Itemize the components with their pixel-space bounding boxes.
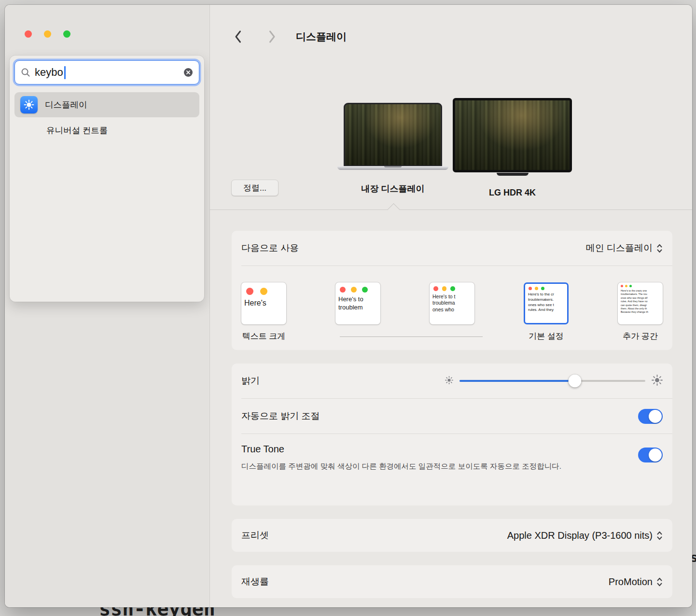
preset-label: 프리셋 xyxy=(241,529,269,542)
scaling-option-2[interactable]: Here's totroublem xyxy=(335,282,380,341)
brightness-label: 밝기 xyxy=(241,375,260,387)
use-as-row: 다음으로 사용 메인 디스플레이 xyxy=(232,231,672,266)
brightness-slider[interactable] xyxy=(459,380,645,382)
search-query-text: keybo xyxy=(35,66,63,79)
text-cursor xyxy=(64,66,66,79)
clear-search-button[interactable] xyxy=(183,68,193,77)
scaling-option-label: 기본 설정 xyxy=(529,331,564,341)
search-result-display[interactable]: 디스플레이 xyxy=(14,92,199,117)
preset-row: 프리셋 Apple XDR Display (P3-1600 nits) xyxy=(232,519,672,552)
mini-traffic-lights xyxy=(241,282,286,298)
preview-text: Here's to the crtroublemakers.ones who s… xyxy=(525,292,567,313)
external-display-name: LG HDR 4K xyxy=(453,188,572,198)
minimize-button[interactable] xyxy=(44,30,51,38)
laptop-base xyxy=(337,166,448,170)
resolution-preview: Here's to the crazy onetroublemakers. Th… xyxy=(618,282,663,324)
window-controls xyxy=(25,30,70,38)
preset-dropdown[interactable]: Apple XDR Display (P3-1600 nits) xyxy=(507,530,663,541)
monitor-stand xyxy=(497,173,529,176)
true-tone-description: 디스플레이를 주변광에 맞춰 색상이 다른 환경에서도 일관적으로 보이도록 자… xyxy=(241,459,561,474)
preview-text: Here's totroublem xyxy=(335,295,380,312)
brightness-slider-fill xyxy=(459,380,575,382)
preset-value: Apple XDR Display (P3-1600 nits) xyxy=(507,530,653,541)
true-tone-text: True Tone 디스플레이를 주변광에 맞춰 색상이 다른 환경에서도 일관… xyxy=(241,444,561,474)
toggle-knob xyxy=(649,448,662,462)
resolution-preview: Here's to the crtroublemakers.ones who s… xyxy=(524,282,569,324)
auto-brightness-toggle[interactable] xyxy=(638,409,663,424)
builtin-display-name: 내장 디스플레이 xyxy=(337,183,448,195)
preview-text: Here's to the crazy onetroublemakers. Th… xyxy=(618,289,663,315)
chevron-updown-icon xyxy=(656,531,663,541)
search-results-panel: keybo xyxy=(10,56,204,302)
search-result-label: 디스플레이 xyxy=(45,99,87,111)
mini-traffic-lights xyxy=(335,282,380,295)
scaling-option-3[interactable]: Here's to ttroublemaones who xyxy=(430,282,474,341)
true-tone-toggle[interactable] xyxy=(638,448,663,462)
chevron-updown-icon xyxy=(656,243,663,253)
brightness-card: 밝기 xyxy=(232,364,672,505)
use-as-dropdown[interactable]: 메인 디스플레이 xyxy=(586,242,663,254)
scaling-option-label: 텍스트 크게 xyxy=(242,331,286,341)
search-icon xyxy=(21,68,30,77)
builtin-display-wallpaper xyxy=(344,103,442,167)
scaling-option-4[interactable]: Here's to the crtroublemakers.ones who s… xyxy=(524,282,569,341)
refresh-rate-card: 재생률 ProMotion xyxy=(232,565,672,598)
scaling-option-1[interactable]: Here's텍스트 크게 xyxy=(241,282,286,341)
brightness-bright-icon xyxy=(652,375,663,388)
settings-scroll-area: 다음으로 사용 메인 디스플레이 Here's텍스트 크게Here's totr… xyxy=(210,210,692,607)
refresh-rate-row: 재생률 ProMotion xyxy=(232,565,672,598)
zoom-button[interactable] xyxy=(63,30,70,38)
preview-text: Here's to ttroublemaones who xyxy=(430,293,474,314)
refresh-rate-dropdown[interactable]: ProMotion xyxy=(609,576,663,588)
scaling-option-label: 추가 공간 xyxy=(623,331,658,341)
display-settings-pane: 디스플레이 정렬... 내장 디스플레이 LG HDR 4K 다음으로 사용 xyxy=(210,5,692,607)
use-as-value: 메인 디스플레이 xyxy=(586,242,653,254)
search-results-list: 디스플레이 유니버설 컨트롤 xyxy=(14,92,199,141)
scaling-option-5[interactable]: Here's to the crazy onetroublemakers. Th… xyxy=(618,282,663,341)
displays-arrangement-zone: 정렬... 내장 디스플레이 LG HDR 4K xyxy=(210,5,692,210)
close-button[interactable] xyxy=(25,30,32,38)
system-settings-window: keybo xyxy=(5,5,692,607)
mini-traffic-lights xyxy=(525,284,567,292)
brightness-row: 밝기 xyxy=(232,364,672,398)
resolution-preview: Here's xyxy=(241,282,286,324)
arrange-button[interactable]: 정렬... xyxy=(231,180,278,196)
scaling-options: Here's텍스트 크게Here's totroublemHere's to t… xyxy=(241,282,663,341)
builtin-display-thumbnail[interactable]: 내장 디스플레이 xyxy=(337,103,448,195)
preview-text: Here's xyxy=(241,298,286,309)
chevron-updown-icon xyxy=(656,577,663,587)
external-display-thumbnail[interactable]: LG HDR 4K xyxy=(453,98,572,198)
display-settings-icon xyxy=(20,96,38,113)
mini-traffic-lights xyxy=(618,282,663,289)
brightness-slider-thumb[interactable] xyxy=(568,375,581,388)
toggle-knob xyxy=(649,410,662,423)
preset-card: 프리셋 Apple XDR Display (P3-1600 nits) xyxy=(232,519,672,552)
external-display-wallpaper xyxy=(453,98,572,172)
search-input[interactable]: keybo xyxy=(14,60,199,84)
mini-traffic-lights xyxy=(430,282,474,293)
use-as-label: 다음으로 사용 xyxy=(241,242,299,254)
brightness-dim-icon xyxy=(445,376,453,386)
resolution-preview: Here's totroublem xyxy=(335,282,380,324)
scaling-tick-line xyxy=(340,336,483,337)
refresh-rate-value: ProMotion xyxy=(609,576,653,588)
auto-brightness-label: 자동으로 밝기 조절 xyxy=(241,410,320,422)
refresh-rate-label: 재생률 xyxy=(241,575,269,588)
true-tone-label: True Tone xyxy=(241,444,561,455)
display-mode-card: 다음으로 사용 메인 디스플레이 Here's텍스트 크게Here's totr… xyxy=(232,231,672,350)
auto-brightness-row: 자동으로 밝기 조절 xyxy=(232,399,672,434)
search-result-universal-control[interactable]: 유니버설 컨트롤 xyxy=(14,119,199,141)
search-result-label: 유니버설 컨트롤 xyxy=(46,125,108,136)
true-tone-row: True Tone 디스플레이를 주변광에 맞춰 색상이 다른 환경에서도 일관… xyxy=(232,434,672,505)
resolution-preview: Here's to ttroublemaones who xyxy=(430,282,474,324)
scaling-section: Here's텍스트 크게Here's totroublemHere's to t… xyxy=(232,266,672,350)
sidebar: keybo xyxy=(5,5,210,607)
brightness-control xyxy=(445,375,663,388)
